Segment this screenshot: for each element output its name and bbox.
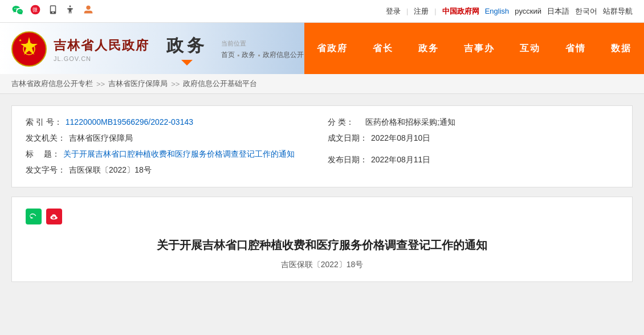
header: 吉林省人民政府 JL.GOV.CN 政务 当前位置 首页 ▪ 政务 ▪ 政府信息…: [0, 23, 644, 74]
lang-korean[interactable]: 한국어: [575, 6, 597, 17]
nav-item-shuju[interactable]: 数据: [598, 23, 644, 74]
weixin-share-icon[interactable]: [26, 209, 42, 224]
crumb-sep-1: ▪: [237, 51, 239, 59]
baby-icon[interactable]: [82, 3, 95, 19]
divider-2: |: [434, 7, 436, 15]
field-label-docnum: 发文字号：: [26, 165, 66, 175]
login-link[interactable]: 登录: [386, 6, 401, 17]
register-link[interactable]: 注册: [414, 6, 429, 17]
site-main-title: 吉林省人民政府: [54, 37, 149, 54]
crumb-sep-2: ▪: [258, 51, 260, 59]
social-icons: 微: [11, 3, 95, 19]
nav-item-zhengwu[interactable]: 政务: [406, 23, 451, 74]
current-position-label: 当前位置: [221, 39, 304, 48]
field-value-issuer: 吉林省医疗保障局: [69, 133, 133, 144]
gov-link[interactable]: 中国政府网: [442, 6, 479, 17]
doc-body-title: 关于开展吉林省口腔种植收费和医疗服务价格调查登记工作的通知: [26, 236, 618, 254]
field-value-docnum: 吉医保联〔2022〕18号: [69, 165, 152, 175]
doc-field-issuer: 发文机关： 吉林省医疗保障局: [26, 133, 316, 144]
breadcrumb-item-2[interactable]: 吉林省医疗保障局: [108, 79, 168, 89]
zhengwu-arrow: [181, 60, 193, 66]
field-label-category: 分 类：: [328, 117, 362, 128]
field-value-category: 医药价格和招标采购;通知: [365, 117, 455, 128]
lang-japanese[interactable]: 日本語: [547, 6, 569, 17]
breadcrumb-bar: 吉林省政府信息公开专栏 >> 吉林省医疗保障局 >> 政府信息公开基础平台: [0, 74, 644, 94]
svg-text:微: 微: [32, 7, 38, 13]
site-sub-title: JL.GOV.CN: [54, 55, 149, 62]
weibo-share-icon[interactable]: [46, 209, 62, 224]
header-crumb-path: 首页 ▪ 政务 ▪ 政府信息公开: [221, 50, 304, 60]
nav-item-shengzhengfu[interactable]: 省政府: [304, 23, 360, 74]
field-label-issuer: 发文机关：: [26, 133, 66, 144]
nav-item-jishiban[interactable]: 吉事办: [451, 23, 507, 74]
breadcrumb-item-3[interactable]: 政府信息公开基础平台: [183, 79, 257, 89]
doc-field-title: 标 题： 关于开展吉林省口腔种植收费和医疗服务价格调查登记工作的通知: [26, 149, 316, 160]
doc-field-category: 分 类： 医药价格和招标采购;通知: [328, 117, 618, 128]
field-value-index[interactable]: 11220000MB19566296/2022-03143: [66, 117, 193, 126]
doc-field-docnum: 发文字号： 吉医保联〔2022〕18号: [26, 165, 316, 175]
svg-point-2: [70, 6, 71, 7]
field-label-created-date: 成文日期：: [328, 133, 368, 144]
field-value-title[interactable]: 关于开展吉林省口腔种植收费和医疗服务价格调查登记工作的通知: [63, 149, 295, 160]
crumb-zhengwu[interactable]: 政务: [242, 50, 255, 60]
lang-english[interactable]: English: [485, 7, 510, 15]
top-bar-links: 登录 | 注册 | 中国政府网 English русский 日本語 한국어 …: [386, 6, 633, 17]
breadcrumb-sep-2: >>: [171, 80, 180, 88]
divider-1: |: [406, 7, 408, 15]
crumb-gov-info[interactable]: 政府信息公开: [263, 50, 304, 60]
breadcrumb-sep-1: >>: [96, 80, 105, 88]
field-value-publish-date: 2022年08月11日: [371, 155, 430, 165]
main-content: 索 引 号： 11220000MB19566296/2022-03143 发文机…: [0, 94, 644, 293]
doc-info-card: 索 引 号： 11220000MB19566296/2022-03143 发文机…: [11, 105, 633, 187]
nav-item-shengzhang[interactable]: 省长: [360, 23, 406, 74]
top-bar: 微 登录 | 注册 | 中国政府网 English русский 日本語 한국…: [0, 0, 644, 23]
share-icons: [26, 209, 618, 224]
site-nav-link[interactable]: 站群导航: [603, 6, 633, 17]
doc-body-card: 关于开展吉林省口腔种植收费和医疗服务价格调查登记工作的通知 吉医保联〔2022〕…: [11, 197, 633, 282]
weixin-icon[interactable]: [11, 4, 23, 18]
zhengwu-section: 政务: [166, 34, 207, 66]
nav-item-shengqing[interactable]: 省情: [553, 23, 598, 74]
nav-item-hudong[interactable]: 互动: [507, 23, 553, 74]
nav-items: 省政府 省长 政务 吉事办 互动 省情 数据: [304, 23, 644, 74]
header-breadcrumb: 当前位置 首页 ▪ 政务 ▪ 政府信息公开: [221, 39, 304, 60]
site-title: 吉林省人民政府 JL.GOV.CN: [54, 37, 149, 62]
doc-info-grid: 索 引 号： 11220000MB19566296/2022-03143 发文机…: [26, 117, 618, 175]
doc-body-subtitle: 吉医保联〔2022〕18号: [26, 260, 618, 270]
accessibility-icon[interactable]: [65, 5, 75, 18]
logo-emblem[interactable]: [11, 31, 47, 68]
field-label-index: 索 引 号：: [26, 117, 62, 128]
phone-icon[interactable]: [48, 5, 58, 18]
weibo-icon[interactable]: 微: [30, 4, 41, 18]
header-left-group: 吉林省人民政府 JL.GOV.CN 政务 当前位置 首页 ▪ 政务 ▪ 政府信息…: [0, 23, 304, 74]
main-nav: 省政府 省长 政务 吉事办 互动 省情 数据: [304, 23, 644, 74]
crumb-home[interactable]: 首页: [221, 50, 235, 60]
zhengwu-label: 政务: [166, 34, 207, 58]
field-value-created-date: 2022年08月10日: [371, 133, 430, 144]
header-row: 吉林省人民政府 JL.GOV.CN 政务 当前位置 首页 ▪ 政务 ▪ 政府信息…: [0, 23, 644, 74]
lang-russian[interactable]: русский: [515, 7, 541, 15]
doc-fields-left: 索 引 号： 11220000MB19566296/2022-03143 发文机…: [26, 117, 316, 175]
breadcrumb-item-1[interactable]: 吉林省政府信息公开专栏: [11, 79, 93, 89]
doc-field-created-date: 成文日期： 2022年08月10日: [328, 133, 618, 144]
doc-field-index: 索 引 号： 11220000MB19566296/2022-03143: [26, 117, 316, 128]
doc-field-publish-date: 发布日期： 2022年08月11日: [328, 155, 618, 165]
field-label-publish-date: 发布日期：: [328, 155, 368, 165]
svg-point-3: [86, 6, 90, 10]
field-label-title: 标 题：: [26, 149, 60, 160]
doc-fields-right: 分 类： 医药价格和招标采购;通知 成文日期： 2022年08月10日 发布日期…: [328, 117, 618, 175]
